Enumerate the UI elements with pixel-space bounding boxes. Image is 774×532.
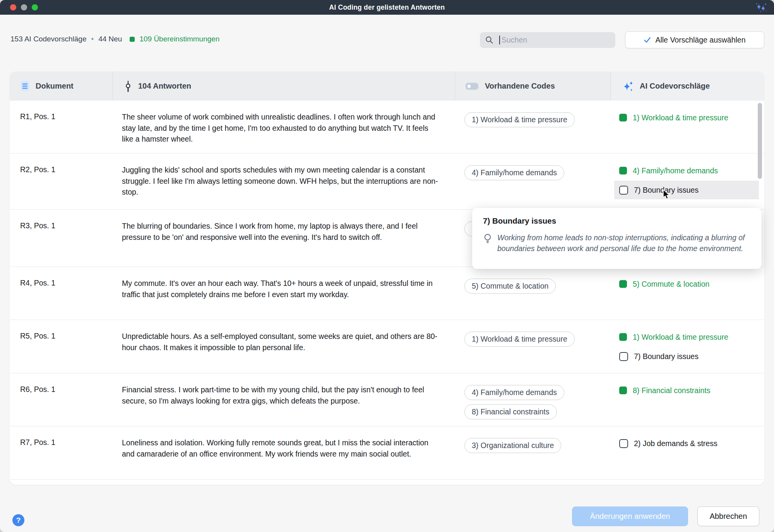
ai-suggestions-cell: 5) Commute & location xyxy=(610,267,764,320)
table-row: R6, Pos. 1 Financial stress. I work part… xyxy=(10,373,764,426)
column-divider xyxy=(455,72,455,101)
tooltip-description: Working from home leads to non-stop inte… xyxy=(497,232,751,254)
help-button[interactable]: ? xyxy=(12,514,24,526)
column-header-ai-suggestions[interactable]: AI Codevorschläge xyxy=(622,72,710,101)
existing-codes-cell: 1) Workload & time pressure xyxy=(455,320,610,373)
mouse-cursor xyxy=(663,189,673,200)
ai-suggestions-cell: 4) Family/home demands 7) Boundary issue… xyxy=(610,154,764,209)
suggestion-checkbox[interactable] xyxy=(619,186,628,195)
existing-codes-cell: 4) Family/home demands xyxy=(455,154,610,209)
table-row: R1, Pos. 1 The sheer volume of work comb… xyxy=(10,101,764,154)
table-row: R5, Pos. 1 Unpredictable hours. As a sel… xyxy=(10,320,764,373)
cancel-button[interactable]: Abbrechen xyxy=(697,506,759,526)
match-checkbox-checked[interactable] xyxy=(619,280,627,288)
document-cell: R2, Pos. 1 xyxy=(10,154,112,209)
ai-coding-dialog-window: AI Coding der gelisteten Antworten 153 A… xyxy=(0,0,774,532)
suggestion-checkbox[interactable] xyxy=(619,352,628,361)
response-text: My commute. It's over an hour each way. … xyxy=(112,267,455,320)
suggestion-match[interactable]: 1) Workload & time pressure xyxy=(619,108,759,127)
coding-table: Dokument 104 Antworten Vorhandene Codes xyxy=(10,72,764,485)
suggestion-label: 7) Boundary issues xyxy=(634,352,699,361)
total-suggestions-count: 153 AI Codevorschläge xyxy=(10,35,86,43)
suggestion-label: 1) Workload & time pressure xyxy=(633,333,728,342)
suggestion-unchecked[interactable]: 7) Boundary issues xyxy=(619,347,759,366)
existing-codes-cell: 5) Commute & location xyxy=(455,267,610,320)
match-checkbox-checked[interactable] xyxy=(619,333,627,341)
table-rows: R1, Pos. 1 The sheer volume of work comb… xyxy=(10,101,764,480)
match-checkbox-checked[interactable] xyxy=(619,387,627,394)
code-chip[interactable]: 4) Family/home demands xyxy=(464,165,564,180)
column-header-answers[interactable]: 104 Antworten xyxy=(124,72,191,101)
suggestion-checkbox[interactable] xyxy=(619,439,628,448)
document-icon xyxy=(20,80,30,92)
column-header-existing-codes-label: Vorhandene Codes xyxy=(485,82,555,91)
column-header-answers-label: 104 Antworten xyxy=(138,82,191,91)
ai-sparkles-icon xyxy=(622,80,634,92)
column-header-document-label: Dokument xyxy=(36,82,74,91)
suggestion-label: 8) Financial constraints xyxy=(633,386,711,395)
checkmark-icon xyxy=(644,37,651,43)
suggestion-match[interactable]: 5) Commute & location xyxy=(619,275,759,293)
vertical-scrollbar-thumb[interactable] xyxy=(758,103,762,179)
search-input[interactable]: Suchen xyxy=(480,32,615,48)
match-indicator-square xyxy=(130,37,135,42)
search-placeholder: Suchen xyxy=(502,32,527,48)
answers-marker-icon xyxy=(124,80,132,92)
response-text: Unpredictable hours. As a self-employed … xyxy=(112,320,455,373)
column-header-document[interactable]: Dokument xyxy=(20,72,74,101)
ai-suggestions-cell: 1) Workload & time pressure 7) Boundary … xyxy=(610,320,764,373)
apply-changes-button[interactable]: Änderungen anwenden xyxy=(572,506,688,526)
code-chip[interactable]: 1) Workload & time pressure xyxy=(464,332,575,347)
code-chip[interactable]: 4) Family/home demands xyxy=(464,385,564,400)
suggestion-label: 4) Family/home demands xyxy=(633,166,718,175)
new-suggestions-count: 44 Neu xyxy=(98,35,122,43)
suggestion-match[interactable]: 1) Workload & time pressure xyxy=(619,328,759,346)
select-all-suggestions-button[interactable]: Alle Vorschläge auswählen xyxy=(625,31,764,48)
suggestion-label: 2) Job demands & stress xyxy=(634,439,717,448)
table-header: Dokument 104 Antworten Vorhandene Codes xyxy=(10,72,764,101)
suggestion-unchecked[interactable]: 2) Job demands & stress xyxy=(619,434,759,453)
text-caret xyxy=(499,36,500,44)
code-tag-icon xyxy=(465,82,479,91)
document-cell: R7, Pos. 1 xyxy=(10,426,112,479)
lightbulb-icon xyxy=(483,233,492,244)
response-text: The blurring of boundaries. Since I work… xyxy=(112,210,455,267)
suggestion-match[interactable]: 8) Financial constraints xyxy=(619,381,759,400)
suggestion-match[interactable]: 4) Family/home demands xyxy=(619,161,759,180)
existing-codes-cell: 3) Organizational culture xyxy=(455,426,610,479)
matches-count: 109 Übereinstimmungen xyxy=(139,35,219,43)
document-cell: R3, Pos. 1 xyxy=(10,210,112,267)
ai-suggestions-cell: 2) Job demands & stress xyxy=(610,426,764,479)
table-row: R2, Pos. 1 Juggling the kids' school and… xyxy=(10,154,764,210)
column-divider xyxy=(112,72,113,101)
code-chip[interactable]: 3) Organizational culture xyxy=(464,438,561,453)
search-icon xyxy=(485,36,494,45)
existing-codes-cell: 4) Family/home demands 8) Financial cons… xyxy=(455,373,610,426)
code-chip[interactable]: 8) Financial constraints xyxy=(464,404,557,419)
code-chip[interactable]: 1) Workload & time pressure xyxy=(464,112,575,127)
titlebar: AI Coding der gelisteten Antworten xyxy=(0,0,774,15)
document-cell: R4, Pos. 1 xyxy=(10,267,112,320)
response-text: Juggling the kids' school and sports sch… xyxy=(112,154,455,209)
suggestions-stats-bar: 153 AI Codevorschläge • 44 Neu 109 Übere… xyxy=(10,35,219,43)
suggestion-label: 5) Commute & location xyxy=(633,280,709,289)
column-divider xyxy=(610,72,611,101)
ai-suggestions-cell: 8) Financial constraints xyxy=(610,373,764,426)
suggestion-label: 1) Workload & time pressure xyxy=(633,113,728,122)
window-title: AI Coding der gelisteten Antworten xyxy=(0,0,774,15)
response-text: The sheer volume of work combined with u… xyxy=(112,101,455,153)
suggestion-unchecked-hovered[interactable]: 7) Boundary issues xyxy=(614,181,759,199)
tooltip-title: 7) Boundary issues xyxy=(483,216,751,226)
column-header-ai-suggestions-label: AI Codevorschläge xyxy=(640,82,710,91)
column-header-existing-codes[interactable]: Vorhandene Codes xyxy=(465,72,555,101)
response-text: Loneliness and isolation. Working fully … xyxy=(112,426,455,479)
code-chip[interactable]: 5) Commute & location xyxy=(464,279,556,294)
table-row: R7, Pos. 1 Loneliness and isolation. Wor… xyxy=(10,426,764,480)
match-checkbox-checked[interactable] xyxy=(619,114,627,121)
cancel-label: Abbrechen xyxy=(710,512,747,521)
response-text: Financial stress. I work part-time to be… xyxy=(112,373,455,426)
apply-changes-label: Änderungen anwenden xyxy=(590,512,670,521)
select-all-label: Alle Vorschläge auswählen xyxy=(655,36,745,44)
match-checkbox-checked[interactable] xyxy=(619,167,627,174)
document-cell: R6, Pos. 1 xyxy=(10,373,112,426)
